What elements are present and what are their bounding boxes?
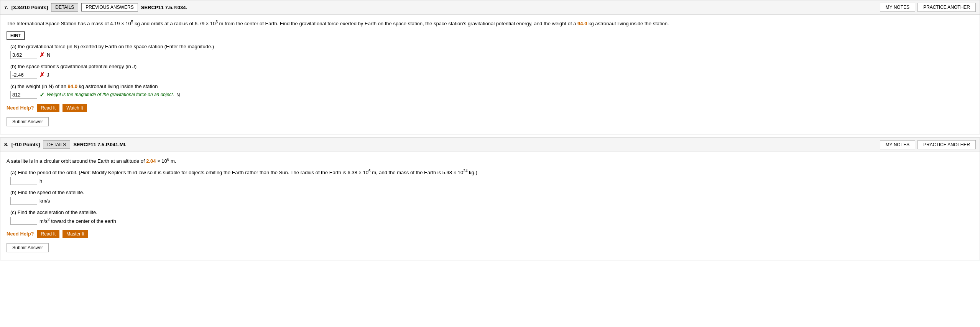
question-7-body: The International Space Station has a ma…: [0, 15, 980, 134]
question-7-part-a-unit: N: [47, 52, 50, 58]
question-7-details-btn[interactable]: DETAILS: [51, 3, 78, 11]
question-8-part-c-label: (c) Find the acceleration of the satelli…: [10, 209, 973, 215]
question-7: 7. [3.34/10 Points] DETAILS PREVIOUS ANS…: [0, 0, 980, 134]
question-8-details-btn[interactable]: DETAILS: [43, 141, 70, 149]
question-7-part-b-input[interactable]: [10, 71, 37, 79]
question-8-part-b: (b) Find the speed of the satellite. km/…: [7, 190, 973, 205]
question-8-practice-btn[interactable]: PRACTICE ANOTHER: [918, 140, 976, 149]
question-8-part-a-input[interactable]: [10, 177, 37, 185]
question-7-id: SERCP11 7.5.P.034.: [141, 5, 187, 10]
question-7-part-a-label: (a) the gravitational force (in N) exert…: [10, 44, 973, 49]
question-7-submit-btn[interactable]: Submit Answer: [7, 117, 49, 126]
question-8-need-help-row: Need Help? Read It Master It: [7, 230, 973, 238]
question-8-part-c: (c) Find the acceleration of the satelli…: [7, 209, 973, 225]
question-8-part-a-hint-word: Hint: [81, 170, 89, 175]
question-7-header-left: 7. [3.34/10 Points] DETAILS PREVIOUS ANS…: [4, 3, 187, 11]
question-8-submit-btn[interactable]: Submit Answer: [7, 243, 49, 252]
question-7-part-b: (b) the space station's gravitational po…: [7, 64, 973, 79]
question-7-part-b-label: (b) the space station's gravitational po…: [10, 64, 973, 69]
question-8-body: A satellite is in a circular orbit aroun…: [0, 152, 980, 260]
question-8-part-a: (a) Find the period of the orbit. (Hint:…: [7, 169, 973, 185]
question-8-part-c-input[interactable]: [10, 217, 37, 225]
question-8-number: 8.: [4, 142, 8, 147]
question-8-part-b-input[interactable]: [10, 197, 37, 205]
question-8-id: SERCP11 7.5.P.041.MI.: [73, 142, 127, 147]
question-7-part-c-check-mark: ✓: [39, 91, 44, 98]
question-7-prev-answers-btn[interactable]: PREVIOUS ANSWERS: [81, 3, 138, 11]
question-8-part-c-unit: m/s2 toward the center of the earth: [39, 217, 116, 224]
question-8-part-a-unit: h: [39, 178, 42, 184]
question-8-part-b-input-row: km/s: [10, 197, 973, 205]
question-7-watch-it-btn[interactable]: Watch It: [62, 104, 87, 112]
question-8: 8. [-/10 Points] DETAILS SERCP11 7.5.P.0…: [0, 137, 980, 260]
question-7-read-it-btn[interactable]: Read It: [37, 104, 60, 112]
question-8-part-b-label: (b) Find the speed of the satellite.: [10, 190, 973, 195]
question-8-part-c-input-row: m/s2 toward the center of the earth: [10, 217, 973, 225]
question-8-read-it-btn[interactable]: Read It: [37, 230, 60, 238]
question-8-part-b-unit: km/s: [39, 198, 50, 204]
question-7-part-c-mass-highlight: 94.0: [68, 83, 77, 89]
question-7-part-c-unit: N: [176, 92, 180, 98]
question-7-part-c-input-row: ✓ Weight is the magnitude of the gravita…: [10, 91, 973, 99]
question-7-highlight-mass: 94.0: [577, 21, 587, 26]
question-7-header: 7. [3.34/10 Points] DETAILS PREVIOUS ANS…: [0, 0, 980, 15]
question-7-number: 7.: [4, 5, 8, 10]
question-7-part-b-x-mark: ✗: [39, 71, 44, 78]
question-7-part-a-x-mark: ✗: [39, 51, 44, 59]
question-7-part-c: (c) the weight (in N) of an 94.0 kg astr…: [7, 83, 973, 99]
question-7-part-b-input-row: ✗ J: [10, 71, 973, 79]
question-7-points: [3.34/10 Points]: [12, 5, 48, 10]
question-7-problem-text: The International Space Station has a ma…: [7, 19, 973, 28]
question-7-my-notes-btn[interactable]: MY NOTES: [880, 3, 915, 12]
question-8-points: [-/10 Points]: [12, 142, 40, 147]
question-8-part-a-input-row: h: [10, 177, 973, 185]
question-8-header-right: MY NOTES PRACTICE ANOTHER: [880, 140, 976, 149]
question-7-practice-btn[interactable]: PRACTICE ANOTHER: [918, 3, 976, 12]
question-7-part-c-input[interactable]: [10, 91, 37, 99]
question-8-need-help-label: Need Help?: [7, 231, 34, 237]
question-7-part-a-input[interactable]: [10, 51, 37, 59]
question-8-my-notes-btn[interactable]: MY NOTES: [880, 140, 915, 149]
question-8-header-left: 8. [-/10 Points] DETAILS SERCP11 7.5.P.0…: [4, 141, 127, 149]
question-7-need-help-row: Need Help? Read It Watch It: [7, 104, 973, 112]
question-7-part-c-label: (c) the weight (in N) of an 94.0 kg astr…: [10, 83, 973, 89]
question-7-part-b-unit: J: [47, 72, 49, 78]
question-8-altitude-highlight: 2.04: [146, 158, 156, 164]
question-7-part-c-correct-msg: Weight is the magnitude of the gravitati…: [47, 92, 174, 97]
question-8-header: 8. [-/10 Points] DETAILS SERCP11 7.5.P.0…: [0, 138, 980, 152]
question-8-master-it-btn[interactable]: Master It: [62, 230, 88, 238]
question-7-part-a-input-row: ✗ N: [10, 51, 973, 59]
question-7-hint-box[interactable]: HINT: [7, 31, 25, 40]
question-7-need-help-label: Need Help?: [7, 105, 34, 111]
question-8-problem-text: A satellite is in a circular orbit aroun…: [7, 157, 973, 165]
question-8-part-a-label: (a) Find the period of the orbit. (Hint:…: [10, 169, 973, 175]
question-7-part-a: (a) the gravitational force (in N) exert…: [7, 44, 973, 59]
question-7-header-right: MY NOTES PRACTICE ANOTHER: [880, 3, 976, 12]
